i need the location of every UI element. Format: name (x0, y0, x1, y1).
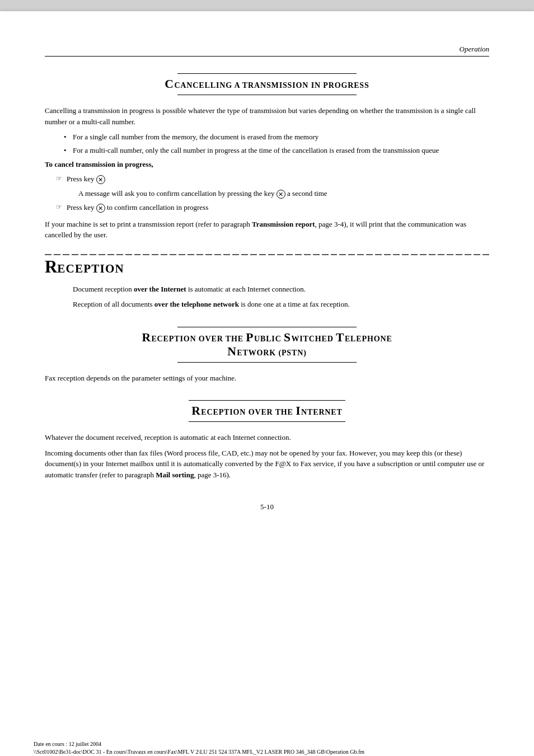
dash-33 (331, 254, 338, 255)
dash-39 (384, 254, 391, 255)
dash-22 (232, 254, 239, 255)
dash-30 (304, 254, 311, 255)
dash-26 (268, 254, 275, 255)
press-content-1: Press key ✕ (67, 173, 105, 185)
reception-line2: Reception of all documents over the tele… (73, 299, 489, 310)
cancel-intro: Cancelling a transmission in progress is… (45, 105, 489, 127)
press-line-1: ☞ Press key ✕ (56, 173, 489, 185)
dash-10 (125, 254, 132, 255)
cancel-footer-note: If your machine is set to print a transm… (45, 219, 489, 241)
internet-para2: Incoming documents other than fax files … (45, 448, 489, 481)
reception-line1: Document reception over the Internet is … (73, 284, 489, 295)
dash-36 (357, 254, 364, 255)
dash-5 (81, 254, 87, 255)
dash-46 (447, 254, 453, 255)
reception-dashed-header: RECEPTION (45, 254, 489, 277)
transmission-report-bold: Transmission report (252, 220, 315, 228)
footer-line2: \\Sct01002\Be31-doc\DOC 31 - En cours\Tr… (34, 748, 500, 756)
stop-key-icon-note: ✕ (277, 190, 285, 199)
dash-23 (241, 254, 248, 255)
page-footer: Date en cours : 12 juillet 2004 \\Sct010… (34, 740, 500, 756)
dash-13 (152, 254, 158, 255)
pstn-section-title-block: RECEPTION OVER THE PUBLIC SWITCHED TELEP… (45, 327, 489, 363)
dash-34 (339, 254, 346, 255)
dash-49 (474, 254, 480, 255)
dash-17 (188, 254, 194, 255)
dash-7 (99, 254, 105, 255)
dash-44 (429, 254, 435, 255)
internet-section-title-block: RECEPTION OVER THE INTERNET (45, 400, 489, 422)
dash-20 (214, 254, 221, 255)
pstn-section-title: RECEPTION OVER THE PUBLIC SWITCHED TELEP… (45, 331, 489, 359)
page: Operation CCANCELLING A TRANSMISSION IN … (0, 11, 534, 756)
mail-sorting-bold: Mail sorting (156, 471, 194, 479)
page-number: 5-10 (45, 503, 489, 511)
internet-para1: Whatever the document received, receptio… (45, 432, 489, 443)
dash-21 (223, 254, 230, 255)
dash-8 (107, 254, 114, 255)
stop-key-icon-1: ✕ (96, 175, 105, 184)
cancel-bullet-2: For a multi-call number, only the call n… (73, 145, 489, 156)
internet-section-title: RECEPTION OVER THE INTERNET (45, 404, 489, 418)
dash-3 (63, 254, 69, 255)
dash-1 (45, 254, 51, 255)
dash-15 (170, 254, 176, 255)
dash-25 (259, 254, 266, 255)
cancel-section-title: CCANCELLING A TRANSMISSION IN PROGRESS (45, 77, 489, 91)
dash-40 (393, 254, 400, 255)
cancel-bullet-1: For a single call number from the memory… (73, 132, 489, 143)
dash-27 (277, 254, 284, 255)
arrow-icon-1: ☞ (56, 175, 62, 183)
cancel-bold-label: To cancel transmission in progress, (45, 160, 489, 169)
dash-35 (348, 254, 355, 255)
dash-48 (465, 254, 471, 255)
dash-14 (161, 254, 167, 255)
dash-29 (295, 254, 302, 255)
dash-19 (205, 254, 212, 255)
stop-key-icon-2: ✕ (96, 204, 105, 213)
dash-9 (116, 254, 123, 255)
dash-31 (313, 254, 320, 255)
dash-12 (143, 254, 149, 255)
dash-2 (54, 254, 60, 255)
dash-43 (420, 254, 427, 255)
reception-bold-internet: over the Internet (134, 285, 186, 293)
reception-title: RECEPTION (45, 257, 124, 277)
dash-16 (179, 254, 185, 255)
dash-47 (456, 254, 462, 255)
dash-42 (411, 254, 418, 255)
arrow-icon-2: ☞ (56, 203, 62, 212)
press-note-1: A message will ask you to confirm cancel… (78, 188, 489, 199)
dash-32 (322, 254, 329, 255)
press-line-2: ☞ Press key ✕ to confirm cancellation in… (56, 202, 489, 213)
dash-18 (196, 254, 203, 255)
cancel-section-title-block: CCANCELLING A TRANSMISSION IN PROGRESS (45, 73, 489, 95)
press-content-2: Press key ✕ to confirm cancellation in p… (67, 202, 208, 213)
dash-41 (402, 254, 409, 255)
page-header: Operation (45, 45, 489, 57)
dash-11 (134, 254, 141, 255)
dash-6 (90, 254, 96, 255)
dash-50 (483, 254, 489, 255)
dash-24 (250, 254, 257, 255)
dash-37 (366, 254, 373, 255)
dash-45 (438, 254, 444, 255)
dash-28 (286, 254, 293, 255)
footer-line1: Date en cours : 12 juillet 2004 (34, 740, 500, 748)
pstn-body: Fax reception depends on the parameter s… (45, 373, 489, 384)
reception-bold-phone: over the telephone network (154, 300, 239, 308)
header-operation-label: Operation (460, 45, 489, 54)
dash-38 (375, 254, 382, 255)
reception-body: Document reception over the Internet is … (73, 284, 489, 310)
dash-4 (72, 254, 78, 255)
